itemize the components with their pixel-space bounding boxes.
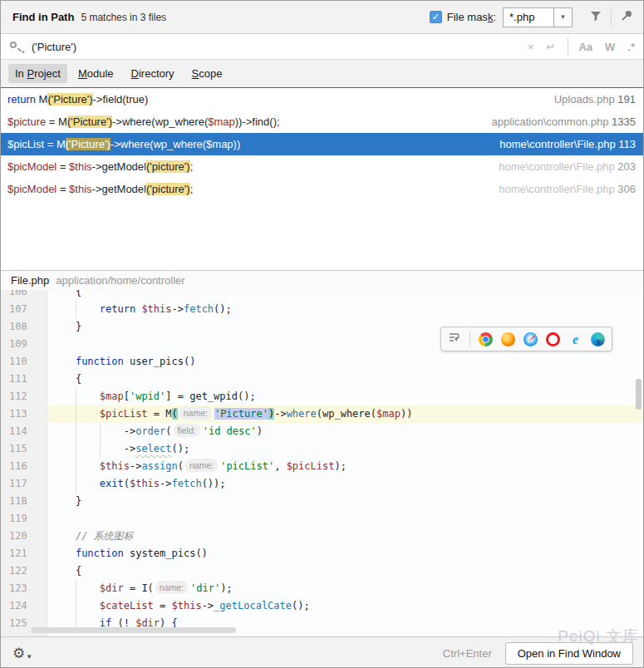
- code-line[interactable]: 112 $map['wpid'] = get_wpid();: [1, 388, 643, 405]
- code-token: ->: [274, 408, 286, 420]
- header-divider: [611, 9, 612, 26]
- code-token: (: [165, 425, 171, 437]
- search-input[interactable]: ('Picture'): [32, 41, 515, 53]
- code-line[interactable]: 120 // 系统图标: [1, 528, 643, 545]
- code-line[interactable]: 122 {: [1, 562, 643, 580]
- preview-tab-path: application/home/controller: [56, 274, 184, 287]
- search-result-row[interactable]: return M('Picture')->field(true)Uploads.…: [1, 88, 643, 111]
- line-number[interactable]: 122: [1, 562, 47, 580]
- edge-browser-icon[interactable]: [591, 332, 605, 346]
- code-line[interactable]: 118 }: [1, 493, 643, 510]
- search-result-row[interactable]: $picModel = $this->getModel('picture');h…: [1, 178, 643, 200]
- code-token: =: [57, 183, 69, 195]
- code-text: }: [47, 493, 643, 510]
- safari-browser-icon[interactable]: [524, 332, 538, 346]
- line-number[interactable]: 107: [1, 301, 47, 318]
- code-token: function: [76, 356, 124, 367]
- pin-icon[interactable]: [620, 9, 633, 26]
- line-number[interactable]: 115: [1, 440, 47, 458]
- code-line[interactable]: 114 ->order(field:'id desc'): [1, 423, 643, 440]
- code-line[interactable]: 119: [1, 510, 643, 528]
- line-number[interactable]: 118: [1, 493, 47, 510]
- whole-words-toggle[interactable]: W: [605, 41, 615, 53]
- line-number[interactable]: 120: [1, 528, 47, 545]
- code-line[interactable]: 111 {: [1, 371, 643, 388]
- code-token: assign: [141, 460, 177, 472]
- line-number[interactable]: 108: [1, 318, 47, 336]
- match-case-toggle[interactable]: Aa: [578, 41, 592, 53]
- line-number[interactable]: 106: [1, 290, 47, 301]
- line-number[interactable]: 109: [1, 336, 47, 353]
- firefox-browser-icon[interactable]: [501, 332, 515, 346]
- combo-arrow-icon[interactable]: ▼: [554, 7, 573, 27]
- scope-tab-directory[interactable]: Directory: [125, 64, 181, 83]
- code-token: fetch: [184, 303, 214, 315]
- line-number[interactable]: 121: [1, 545, 47, 562]
- file-mask-combobox[interactable]: *.php ▼: [503, 7, 573, 27]
- editor-vertical-scrollbar[interactable]: [636, 379, 642, 410]
- line-number[interactable]: 124: [1, 597, 47, 615]
- code-token: = M: [46, 115, 67, 128]
- search-divider: [568, 38, 568, 55]
- code-token: (: [178, 460, 184, 472]
- search-result-row[interactable]: $picModel = $this->getModel('picture');h…: [1, 155, 643, 178]
- code-token: $this: [130, 478, 160, 489]
- line-number[interactable]: 111: [1, 371, 47, 388]
- search-icon[interactable]: ▼: [9, 41, 23, 53]
- code-text: // 系统图标: [47, 528, 643, 545]
- code-token: $map: [376, 408, 401, 420]
- file-mask-value[interactable]: *.php: [503, 7, 554, 27]
- code-token: [52, 530, 76, 542]
- code-line[interactable]: 107 return $this->fetch();: [1, 301, 643, 318]
- code-line[interactable]: 116 $this->assign(name:'picList', $picLi…: [1, 458, 643, 475]
- scope-tab-module[interactable]: Module: [71, 64, 120, 83]
- code-token: =: [154, 600, 172, 612]
- code-text: {: [47, 562, 643, 580]
- code-token: $cateList: [100, 600, 154, 612]
- newline-icon[interactable]: ↵: [547, 41, 556, 53]
- line-number[interactable]: 116: [1, 458, 47, 475]
- filter-icon[interactable]: [589, 9, 602, 26]
- line-number[interactable]: 112: [1, 388, 47, 405]
- preview-tab-filename[interactable]: File.php: [11, 274, 49, 287]
- code-line[interactable]: 113 $picList = M(name:'Picture')->where(…: [1, 405, 643, 423]
- search-result-row[interactable]: $picture = M('Picture')->where(wp_where(…: [1, 111, 643, 133]
- code-line[interactable]: 121 function system_pics(): [1, 545, 643, 562]
- soft-wrap-icon[interactable]: [448, 331, 461, 347]
- chrome-browser-icon[interactable]: [479, 332, 493, 346]
- open-in-find-window-button[interactable]: Open in Find Window: [505, 642, 633, 665]
- scope-tab-in-project[interactable]: In Project: [8, 64, 67, 83]
- code-token: 'Picture': [214, 408, 268, 420]
- code-token: ;: [190, 160, 194, 173]
- code-line[interactable]: 124 $cateList = $this->_getLocalCate();: [1, 597, 643, 615]
- line-number[interactable]: 113: [1, 405, 47, 423]
- editor-horizontal-scrollbar[interactable]: [32, 627, 236, 633]
- code-token: $this: [141, 303, 171, 315]
- scope-tab-scope[interactable]: Scope: [185, 64, 229, 83]
- code-line[interactable]: 115 ->select();: [1, 440, 643, 458]
- line-number[interactable]: 117: [1, 475, 47, 493]
- file-mask-checkbox[interactable]: ✓: [430, 11, 442, 23]
- code-token: user_pics(): [124, 356, 196, 367]
- code-token: ->: [202, 600, 214, 612]
- code-token: return: [100, 303, 135, 315]
- line-number[interactable]: 119: [1, 510, 47, 528]
- gear-dropdown-arrow-icon[interactable]: ▼: [26, 653, 32, 661]
- search-result-row[interactable]: $picList = M('Picture')->where(wp_where(…: [1, 133, 643, 155]
- ie-browser-icon[interactable]: e: [568, 332, 583, 346]
- code-text: function user_pics(): [47, 353, 643, 371]
- regex-toggle[interactable]: .*: [627, 41, 635, 53]
- settings-gear-icon[interactable]: ⚙: [12, 645, 25, 662]
- code-text: $dir = I(name:'dir');: [47, 580, 643, 597]
- opera-browser-icon[interactable]: [546, 332, 560, 346]
- line-number[interactable]: 110: [1, 353, 47, 371]
- clear-search-icon[interactable]: ×: [528, 41, 534, 53]
- code-token: ();: [292, 600, 310, 612]
- line-number[interactable]: 123: [1, 580, 47, 597]
- code-line[interactable]: 117 exit($this->fetch());: [1, 475, 643, 493]
- code-token: [52, 356, 76, 367]
- code-line[interactable]: 110 function user_pics(): [1, 353, 643, 371]
- code-line[interactable]: 106 {: [1, 290, 643, 301]
- code-line[interactable]: 123 $dir = I(name:'dir');: [1, 580, 643, 597]
- line-number[interactable]: 114: [1, 423, 47, 440]
